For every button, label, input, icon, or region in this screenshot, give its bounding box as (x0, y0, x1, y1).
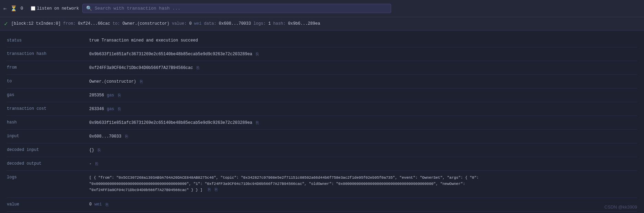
value-label: value (7, 202, 89, 207)
tx-success-icon: ✓ (4, 20, 8, 27)
logs-copy-btn-2[interactable]: ⎘ (214, 187, 219, 192)
logs-copy-btn-1[interactable]: ⎘ (207, 187, 212, 192)
search-container: 🔍 (82, 4, 391, 13)
to-text: Owner.(constructor) (89, 79, 136, 84)
value-value: 0 wei ⎘ (89, 202, 637, 207)
back-icon[interactable]: ⇤ (3, 5, 7, 12)
tx-value-num: 0 (189, 21, 191, 26)
tx-hash-key: hash: (273, 21, 288, 26)
hash-row: hash 0x9b633f11e851afc36731269e2c65140be… (7, 116, 637, 130)
decoded-output-copy-btn[interactable]: ⎘ (94, 161, 99, 166)
input-row: input 0x608...70033 ⎘ (7, 130, 637, 143)
logs-line3: "0xf24FF3a9CF04c71Dbc94D0b566f7A27B94566… (89, 188, 202, 192)
to-label: to (7, 79, 89, 84)
transaction-hash-copy-btn[interactable]: ⎘ (255, 51, 260, 57)
decoded-output-label: decoded output (7, 161, 89, 166)
decoded-input-text: {} (89, 148, 94, 153)
input-text: 0x608...70033 (89, 134, 121, 139)
tx-to-value: Owner.(constructor) (122, 21, 169, 26)
hash-text: 0x9b633f11e851afc36731269e2c65140be48b85… (89, 120, 252, 125)
logs-value: [ { "from": "0x5CC307268a1393AB9A764A20D… (89, 175, 637, 193)
tx-bar-block: [block:12 txIndex:0] from: 0xf24...66cac… (11, 21, 320, 26)
tx-value-unit: wei (194, 21, 202, 26)
gas-unit: gas (107, 93, 114, 98)
logs-line2: "0x0000000000000000000000000000000000000… (89, 182, 465, 186)
tx-logs-num: 1 (268, 21, 271, 26)
listen-label: listen on network (37, 6, 79, 11)
tx-block-label: [block:12 txIndex:0] (11, 21, 61, 26)
status-value: true Transaction mined and execution suc… (89, 38, 637, 43)
logs-line1: [ { "from": "0x5CC307268a1393AB9A764A20D… (89, 176, 479, 180)
decoded-input-value: {} ⎘ (89, 147, 637, 153)
gas-copy-btn[interactable]: ⎘ (117, 93, 122, 98)
transaction-cost-label: transaction cost (7, 106, 89, 111)
hash-copy-btn[interactable]: ⎘ (255, 120, 260, 125)
tx-value-key: value: (172, 21, 189, 26)
from-value: 0xf24FF3a9CF04c71Dbc94D0b566f7A27B94566c… (89, 65, 637, 70)
from-label: from (7, 65, 89, 70)
hash-value: 0x9b633f11e851afc36731269e2c65140be48b85… (89, 120, 637, 125)
tx-data-value: 0x608...70033 (219, 21, 251, 26)
transaction-cost-value: 263346 gas ⎘ (89, 106, 637, 111)
listen-checkbox[interactable] (31, 6, 35, 11)
transaction-hash-label: transaction hash (7, 51, 89, 56)
transaction-hash-value: 0x9b633f11e851afc36731269e2c65140be48b85… (89, 51, 637, 57)
tx-logs-key: logs: (254, 21, 268, 26)
value-text: 0 (89, 202, 92, 207)
status-label: status (7, 38, 89, 43)
input-value: 0x608...70033 ⎘ (89, 134, 637, 139)
decoded-output-text: - (89, 162, 92, 166)
to-copy-btn[interactable]: ⎘ (139, 79, 144, 84)
transaction-hash-text: 0x9b633f11e851afc36731269e2c65140be48b85… (89, 52, 252, 57)
value-copy-btn[interactable]: ⎘ (105, 202, 109, 207)
logs-row: logs [ { "from": "0x5CC307268a1393AB9A76… (7, 171, 637, 198)
gas-label: gas (7, 93, 89, 97)
gas-row: gas 285356 gas ⎘ (7, 88, 637, 102)
hash-label: hash (7, 120, 89, 125)
from-row: from 0xf24FF3a9CF04c71Dbc94D0b566f7A27B9… (7, 61, 637, 75)
watermark: CSDN @kk3909 (604, 204, 637, 210)
decoded-output-row: decoded output - ⎘ (7, 157, 637, 171)
logs-text: [ { "from": "0x5CC307268a1393AB9A764A20D… (89, 175, 637, 193)
transaction-cost-text: 263346 (89, 107, 104, 111)
tx-data-key: data: (204, 21, 219, 26)
input-label: input (7, 134, 89, 139)
tx-bar: ✓ [block:12 txIndex:0] from: 0xf24...66c… (0, 17, 644, 31)
search-icon: 🔍 (86, 5, 92, 11)
transaction-cost-unit: gas (107, 107, 114, 111)
tx-counter: 0 (21, 6, 27, 11)
transaction-cost-copy-btn[interactable]: ⎘ (117, 106, 122, 111)
clock-icon[interactable]: ⏳ (10, 5, 17, 12)
status-row: status true Transaction mined and execut… (7, 34, 637, 47)
transaction-cost-row: transaction cost 263346 gas ⎘ (7, 102, 637, 116)
to-row: to Owner.(constructor) ⎘ (7, 75, 637, 88)
gas-value: 285356 gas ⎘ (89, 93, 637, 98)
main-content: status true Transaction mined and execut… (0, 31, 644, 213)
value-unit: wei (94, 202, 102, 207)
decoded-output-value: - ⎘ (89, 161, 637, 166)
tx-from-key: from: (63, 21, 75, 26)
search-input[interactable] (95, 6, 387, 11)
gas-text: 285356 (89, 93, 104, 98)
tx-to-key: to: (113, 21, 120, 26)
logs-label: logs (7, 175, 89, 180)
status-text: true Transaction mined and execution suc… (89, 38, 198, 43)
value-row: value 0 wei ⎘ (7, 198, 637, 212)
decoded-input-row: decoded input {} ⎘ (7, 143, 637, 157)
toolbar: ⇤ ⏳ 0 listen on network 🔍 (0, 0, 644, 17)
tx-from-value: 0xf24...66cac (78, 21, 110, 26)
transaction-hash-row: transaction hash 0x9b633f11e851afc367312… (7, 47, 637, 61)
from-copy-btn[interactable]: ⎘ (196, 65, 200, 70)
decoded-input-copy-btn[interactable]: ⎘ (97, 147, 102, 153)
input-copy-btn[interactable]: ⎘ (124, 134, 129, 139)
tx-hash-value: 0x9b6...289ea (288, 21, 320, 26)
to-value: Owner.(constructor) ⎘ (89, 79, 637, 84)
listen-checkbox-container: listen on network (31, 6, 79, 11)
decoded-input-label: decoded input (7, 147, 89, 152)
from-text: 0xf24FF3a9CF04c71Dbc94D0b566f7A27B94566c… (89, 66, 193, 70)
